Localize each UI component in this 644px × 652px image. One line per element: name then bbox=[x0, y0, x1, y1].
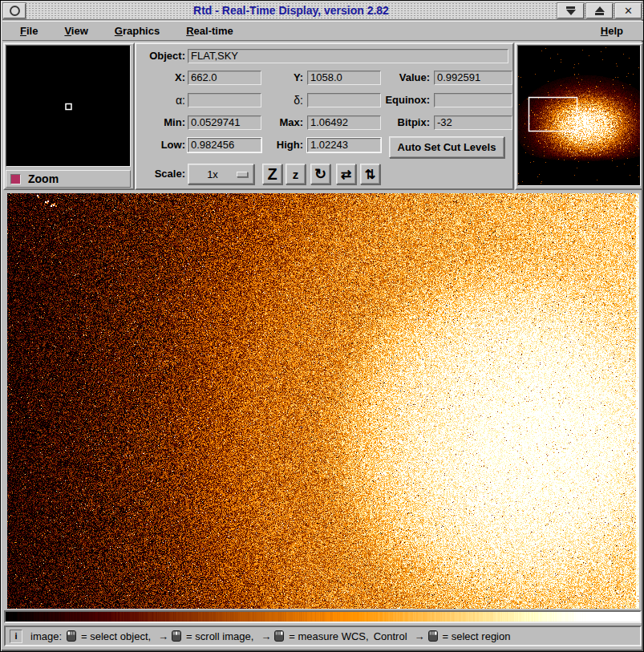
equinox-field[interactable] bbox=[434, 93, 512, 107]
zoom-out-button[interactable]: z bbox=[286, 164, 306, 184]
scale-value: 1x bbox=[188, 168, 237, 180]
y-label: Y: bbox=[233, 70, 303, 86]
ra-label: α: bbox=[136, 92, 185, 108]
zoom-label: Zoom bbox=[28, 172, 59, 185]
flip-y-button[interactable]: ⇅ bbox=[360, 164, 380, 184]
pan-canvas[interactable] bbox=[517, 45, 641, 186]
maximize-icon bbox=[595, 6, 605, 15]
image-canvas[interactable] bbox=[7, 193, 639, 609]
statusbar: i image: = select object, → = scroll ima… bbox=[4, 626, 642, 646]
rotate-button[interactable]: ↻ bbox=[310, 164, 330, 184]
shade-icon bbox=[566, 6, 576, 15]
maximize-button[interactable] bbox=[586, 3, 613, 18]
high-label: High: bbox=[233, 137, 303, 153]
status-measure-wcs: = measure WCS, bbox=[289, 630, 368, 642]
value-label: Value: bbox=[361, 70, 430, 86]
bitpix-label: Bitpix: bbox=[361, 115, 430, 131]
menu-file[interactable]: File bbox=[11, 23, 47, 38]
object-field[interactable]: FLAT,SKY bbox=[188, 49, 508, 63]
drag-arrow-icon: → bbox=[415, 630, 425, 642]
scale-option-menu[interactable]: 1x bbox=[188, 164, 254, 184]
colorbar-canvas[interactable] bbox=[6, 612, 640, 622]
x-label: X: bbox=[136, 70, 185, 86]
mouse-button3-icon bbox=[274, 630, 284, 642]
zoom-in-button[interactable]: Z bbox=[262, 164, 282, 184]
scale-label: Scale: bbox=[136, 166, 185, 182]
status-select-object: = select object, bbox=[81, 630, 151, 642]
colorbar[interactable] bbox=[4, 610, 642, 623]
option-menu-indicator-icon bbox=[237, 172, 248, 177]
drag-arrow-icon: → bbox=[261, 630, 271, 642]
close-button[interactable]: ✕ bbox=[615, 3, 642, 18]
window-title: Rtd - Real-Time Display, version 2.82 bbox=[26, 2, 556, 19]
mouse-button1-icon bbox=[67, 630, 76, 642]
shade-button[interactable] bbox=[557, 3, 584, 18]
info-panel: Object: FLAT,SKY X: 662.0 Y: 1058.0 Valu… bbox=[135, 43, 514, 190]
max-label: Max: bbox=[233, 115, 303, 131]
rtd-window: Rtd - Real-Time Display, version 2.82 ✕ … bbox=[0, 0, 644, 652]
window-menu-button[interactable] bbox=[3, 3, 26, 18]
menu-graphics[interactable]: Graphics bbox=[106, 23, 168, 38]
flip-x-button[interactable]: ⇄ bbox=[336, 164, 356, 184]
window-menu-icon bbox=[10, 6, 20, 16]
equinox-label: Equinox: bbox=[361, 92, 430, 108]
auto-set-cut-levels-button[interactable]: Auto Set Cut Levels bbox=[389, 136, 504, 158]
zoom-canvas[interactable] bbox=[6, 45, 131, 167]
low-label: Low: bbox=[136, 137, 185, 153]
status-control: Control bbox=[374, 630, 407, 642]
status-scroll-image: = scroll image, bbox=[186, 630, 253, 642]
menu-realtime[interactable]: Real-time bbox=[177, 23, 242, 38]
mouse-button3-icon bbox=[428, 630, 438, 642]
bitpix-field[interactable]: -32 bbox=[434, 115, 512, 130]
titlebar[interactable]: Rtd - Real-Time Display, version 2.82 ✕ bbox=[2, 2, 643, 20]
zoom-checkbox[interactable] bbox=[10, 174, 21, 184]
menu-help[interactable]: Help bbox=[592, 23, 632, 38]
status-prefix: image: bbox=[30, 630, 62, 642]
menubar: File View Graphics Real-time Help bbox=[2, 21, 643, 41]
menu-view[interactable]: View bbox=[55, 23, 96, 38]
min-label: Min: bbox=[136, 115, 185, 131]
zoom-panel: Zoom bbox=[3, 43, 135, 190]
info-icon: i bbox=[10, 630, 22, 643]
object-label: Object: bbox=[136, 48, 185, 64]
mouse-button2-icon bbox=[172, 630, 181, 642]
status-select-region: = select region bbox=[443, 630, 511, 642]
value-field[interactable]: 0.992591 bbox=[434, 71, 512, 85]
high-field[interactable]: 1.02243 bbox=[307, 138, 381, 152]
zoom-toggle[interactable]: Zoom bbox=[6, 170, 131, 188]
drag-arrow-icon: → bbox=[158, 630, 168, 642]
pan-panel bbox=[515, 43, 643, 190]
close-icon: ✕ bbox=[624, 6, 633, 16]
dec-label: δ: bbox=[233, 92, 303, 108]
